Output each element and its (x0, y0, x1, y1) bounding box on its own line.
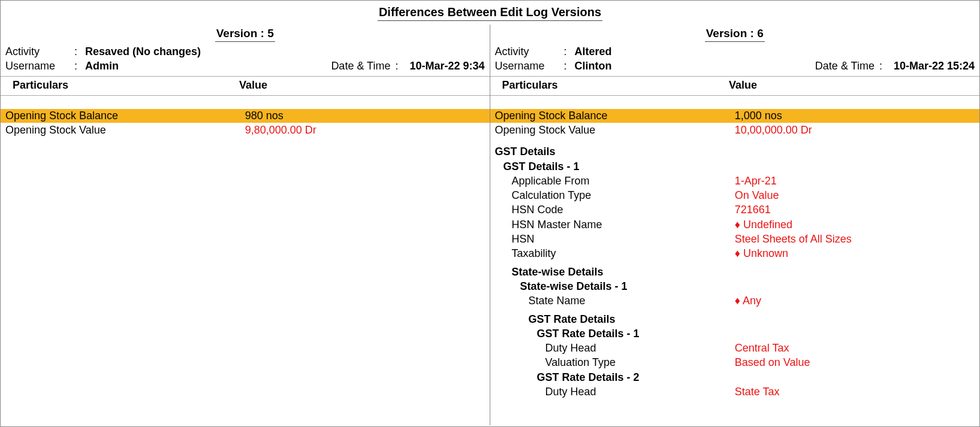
left-opening-balance-label: Opening Stock Balance (5, 109, 245, 123)
right-version-number: 6 (757, 27, 764, 40)
activity-label: Activity (5, 44, 74, 59)
right-datetime-value: 10-Mar-22 15:24 (894, 59, 975, 73)
statewise-1-label: State-wise Details - 1 (495, 279, 735, 293)
right-opening-value-label: Opening Stock Value (495, 123, 735, 137)
taxability-value: ♦ Unknown (735, 246, 975, 261)
colon: : (564, 44, 575, 59)
left-username-value: Admin (85, 59, 331, 73)
hsn-row: HSN Steel Sheets of All Sizes (490, 232, 980, 246)
empty (735, 312, 975, 326)
applicable-from-label: Applicable From (495, 174, 735, 188)
statewise-heading: State-wise Details (490, 265, 980, 279)
colon: : (395, 59, 406, 73)
hsn-code-value: 721661 (735, 202, 975, 217)
right-opening-value-value: 10,00,000.00 Dr (735, 123, 975, 137)
duty-head-1-label: Duty Head (495, 341, 735, 355)
empty (735, 370, 975, 384)
left-col-head: Particulars Value (1, 77, 490, 96)
hsn-master-row: HSN Master Name ♦ Undefined (490, 217, 980, 232)
right-col-head: Particulars Value (490, 77, 980, 96)
gst-rate-2-heading: GST Rate Details - 2 (490, 370, 980, 384)
valuation-type-value: Based on Value (735, 355, 975, 370)
taxability-label: Taxability (495, 246, 735, 261)
columns: Version : 5 Activity : Resaved (No chang… (1, 25, 979, 425)
gst-rate-1-label: GST Rate Details - 1 (495, 326, 735, 341)
left-opening-value-label: Opening Stock Value (5, 123, 245, 137)
valuation-type-label: Valuation Type (495, 355, 735, 370)
particulars-header: Particulars (13, 79, 239, 92)
gst-details-heading: GST Details (490, 144, 980, 159)
right-version-head: Version : 6 (490, 25, 980, 43)
applicable-from-value: 1-Apr-21 (735, 174, 975, 188)
gst-rate-heading: GST Rate Details (490, 312, 980, 326)
right-meta: Activity : Altered Username : Clinton Da… (490, 43, 980, 77)
left-column: Version : 5 Activity : Resaved (No chang… (1, 25, 490, 425)
empty (735, 159, 975, 174)
value-header: Value (729, 79, 975, 92)
state-name-label: State Name (495, 293, 735, 308)
datetime-label: Date & Time (815, 59, 875, 73)
colon: : (879, 59, 890, 73)
duty-head-2-label: Duty Head (495, 384, 735, 399)
right-opening-balance-row: Opening Stock Balance 1,000 nos (490, 109, 980, 123)
right-username-row: Username : Clinton Date & Time : 10-Mar-… (495, 59, 975, 73)
spacer (1, 96, 490, 109)
left-opening-value-row: Opening Stock Value 9,80,000.00 Dr (1, 123, 490, 137)
left-activity-row: Activity : Resaved (No changes) (5, 44, 485, 59)
duty-head-2-row: Duty Head State Tax (490, 384, 980, 399)
gap (490, 137, 980, 144)
gst-rate-2-label: GST Rate Details - 2 (495, 370, 735, 384)
applicable-from-row: Applicable From 1-Apr-21 (490, 174, 980, 188)
hsn-code-label: HSN Code (495, 202, 735, 217)
right-opening-balance-value: 1,000 nos (735, 109, 975, 123)
calculation-type-label: Calculation Type (495, 188, 735, 202)
spacer (490, 96, 980, 109)
title-wrap: Differences Between Edit Log Versions (1, 1, 979, 25)
colon: : (74, 44, 85, 59)
left-activity-value: Resaved (No changes) (85, 44, 485, 59)
version-prefix: Version : (706, 27, 758, 40)
empty (735, 326, 975, 341)
empty (735, 279, 975, 293)
hsn-value: Steel Sheets of All Sizes (735, 232, 975, 246)
taxability-row: Taxability ♦ Unknown (490, 246, 980, 261)
activity-label: Activity (495, 44, 564, 59)
hsn-code-row: HSN Code 721661 (490, 202, 980, 217)
username-label: Username (5, 59, 74, 73)
page-title: Differences Between Edit Log Versions (378, 5, 602, 21)
duty-head-1-value: Central Tax (735, 341, 975, 355)
right-username-value: Clinton (575, 59, 815, 73)
hsn-label: HSN (495, 232, 735, 246)
valuation-type-row: Valuation Type Based on Value (490, 355, 980, 370)
gst-rate-1-heading: GST Rate Details - 1 (490, 326, 980, 341)
right-activity-row: Activity : Altered (495, 44, 975, 59)
left-opening-balance-row: Opening Stock Balance 980 nos (1, 109, 490, 123)
gst-details-label: GST Details (495, 144, 735, 159)
calculation-type-value: On Value (735, 188, 975, 202)
left-opening-value-value: 9,80,000.00 Dr (245, 123, 485, 137)
username-label: Username (495, 59, 564, 73)
right-datetime-group: Date & Time : 10-Mar-22 15:24 (815, 59, 975, 73)
gst-details-1-label: GST Details - 1 (495, 159, 735, 174)
calculation-type-row: Calculation Type On Value (490, 188, 980, 202)
duty-head-2-value: State Tax (735, 384, 975, 399)
hsn-master-label: HSN Master Name (495, 217, 735, 232)
right-opening-balance-label: Opening Stock Balance (495, 109, 735, 123)
datetime-label: Date & Time (331, 59, 390, 73)
left-version-number: 5 (267, 27, 274, 40)
right-activity-value: Altered (575, 44, 975, 59)
statewise-1-heading: State-wise Details - 1 (490, 279, 980, 293)
state-name-value: ♦ Any (735, 293, 975, 308)
statewise-label: State-wise Details (495, 265, 735, 279)
particulars-header: Particulars (502, 79, 729, 92)
right-opening-value-row: Opening Stock Value 10,00,000.00 Dr (490, 123, 980, 137)
colon: : (74, 59, 85, 73)
left-datetime-value: 10-Mar-22 9:34 (409, 59, 484, 73)
left-datetime-group: Date & Time : 10-Mar-22 9:34 (331, 59, 484, 73)
left-version-head: Version : 5 (1, 25, 490, 43)
value-header: Value (239, 79, 485, 92)
empty (735, 144, 975, 159)
duty-head-1-row: Duty Head Central Tax (490, 341, 980, 355)
state-name-row: State Name ♦ Any (490, 293, 980, 308)
left-meta: Activity : Resaved (No changes) Username… (1, 43, 490, 77)
